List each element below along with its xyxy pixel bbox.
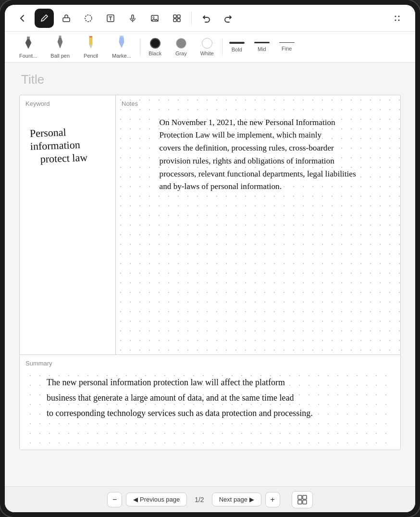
lasso-button[interactable] [79,9,98,28]
toolbar-primary [5,5,415,32]
marker-label: Marke... [112,53,131,59]
add-page-button[interactable]: + [265,492,280,507]
svg-text:Protection Law will be impleme: Protection Law will be implement, which … [160,130,322,139]
svg-rect-31 [298,495,302,499]
svg-text:On November 1, 2021, the new P: On November 1, 2021, the new Personal In… [160,118,336,127]
fine-weight-tool[interactable]: Fine [274,40,299,54]
bold-weight-tool[interactable]: Bold [224,40,249,54]
svg-rect-33 [298,500,302,504]
more-button[interactable] [388,9,408,28]
eraser-button[interactable] [57,9,76,28]
summary-handwriting: The new personal information protection … [25,371,395,443]
next-page-button[interactable]: Next page ▶ [212,492,261,506]
note-table-top: Keyword Personal information protect law… [20,95,400,355]
svg-rect-15 [27,37,30,39]
svg-point-1 [85,15,92,22]
note-table: Keyword Personal information protect law… [19,95,401,450]
toolbar-sep-1 [191,12,192,25]
keyword-column: Keyword Personal information protect law [20,95,116,354]
bottom-nav-inner: − ◀ Previous page 1/2 Next page ▶ + [107,491,313,508]
pen-tool-button[interactable] [35,9,54,28]
audio-button[interactable] [123,9,142,28]
marker-icon [117,35,126,51]
next-page-label: Next page ▶ [219,496,254,503]
black-color-circle [150,38,161,49]
black-color-label: Black [148,50,161,56]
notes-handwriting: On November 1, 2021, the new Personal In… [122,111,395,318]
svg-point-13 [398,15,400,17]
fountain-pen-tool[interactable]: Fount... [12,33,44,61]
svg-text:to corresponding technology se: to corresponding technology services suc… [47,408,313,418]
black-color-tool[interactable]: Black [142,36,168,58]
svg-text:provision rules, rights and ob: provision rules, rights and obligations … [160,156,335,165]
svg-text:The new personal information p: The new personal information protection … [47,378,285,387]
fine-label: Fine [282,46,292,51]
svg-text:Personal: Personal [29,126,66,139]
svg-point-6 [153,16,154,18]
svg-rect-32 [303,495,307,499]
bottom-nav: − ◀ Previous page 1/2 Next page ▶ + [5,486,415,512]
plus-icon: + [271,495,275,504]
template-button[interactable] [167,9,186,28]
image-button[interactable] [145,9,164,28]
svg-rect-3 [132,15,134,19]
pencil-tool[interactable]: Pencil [76,33,105,61]
bold-line-preview [229,42,245,44]
ballpen-label: Ball pen [50,53,70,59]
summary-section: Summary The new personal information pro… [20,355,400,450]
fountain-pen-icon [23,35,34,51]
svg-text:protect law: protect law [40,151,87,165]
zoom-out-button[interactable]: − [107,492,122,507]
gray-color-tool[interactable]: Gray [168,36,194,58]
svg-rect-8 [177,15,180,18]
svg-point-11 [395,15,396,17]
svg-rect-16 [59,36,62,38]
ballpen-icon [56,35,64,51]
marker-tool[interactable]: Marke... [105,33,138,61]
svg-text:business that generate a large: business that generate a large amount of… [47,393,294,403]
back-button[interactable] [12,9,32,28]
svg-text:covers the definition, process: covers the definition, processing rules,… [160,143,334,152]
bold-label: Bold [232,47,242,52]
page-indicator: 1/2 [191,496,208,504]
notes-column: Notes On November 1, 2021, the new Perso… [116,95,400,354]
prev-page-button[interactable]: ◀ Previous page [126,492,187,506]
svg-rect-9 [173,19,176,22]
text-button[interactable] [101,9,120,28]
svg-rect-10 [177,19,180,22]
svg-rect-18 [120,36,124,38]
svg-text:information: information [30,139,80,152]
screen: Fount... Ball pen [5,5,415,512]
grid-icon [297,494,308,505]
prev-page-label: ◀ Previous page [133,496,180,503]
svg-point-12 [395,19,396,21]
keyword-handwriting: Personal information protect law [25,119,112,177]
weight-sep-left [222,38,222,56]
redo-button[interactable] [219,9,238,28]
minus-icon: − [112,495,117,504]
grid-view-button[interactable] [292,491,313,508]
svg-point-14 [398,19,400,21]
ballpen-tool[interactable]: Ball pen [44,33,76,61]
undo-button[interactable] [197,9,216,28]
mid-label: Mid [258,46,266,52]
white-color-tool[interactable]: White [194,36,220,58]
svg-rect-7 [173,15,176,18]
content-area: Title Keyword Personal information prote… [5,63,415,486]
toolbar-secondary: Fount... Ball pen [5,32,415,63]
keyword-header: Keyword [25,100,110,107]
mid-weight-tool[interactable]: Mid [249,40,274,54]
mid-line-preview [254,42,270,43]
svg-text:processors, relevant functiona: processors, relevant functional departme… [160,169,356,178]
svg-rect-0 [63,18,70,22]
svg-rect-17 [89,36,92,38]
summary-header: Summary [25,360,395,367]
white-color-circle [202,38,212,49]
device-frame: Fount... Ball pen [0,0,420,517]
gray-color-circle [176,38,186,49]
notes-header: Notes [122,100,395,107]
summary-content: The new personal information protection … [25,371,395,445]
svg-rect-34 [303,500,307,504]
gray-color-label: Gray [175,50,187,56]
pencil-label: Pencil [84,53,98,59]
